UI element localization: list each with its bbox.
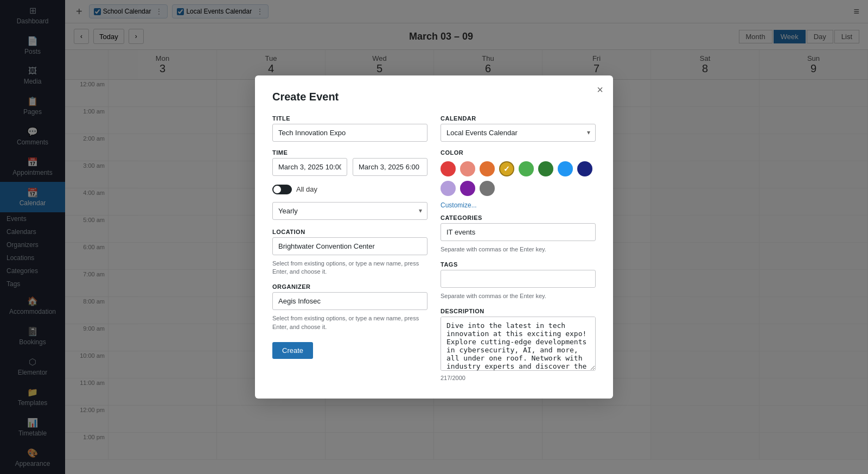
modal-right-col: CALENDAR Local Events Calendar School Ca… [441, 115, 596, 382]
description-group: DESCRIPTION 217/2000 [441, 308, 596, 381]
time-group: TIME [272, 149, 427, 180]
organizer-input[interactable] [272, 292, 427, 310]
light-green-swatch[interactable] [519, 161, 534, 176]
categories-label: CATEGORIES [441, 214, 596, 221]
tags-label: TAGS [441, 261, 596, 268]
recurrence-group: Yearly Monthly Weekly Daily Never [272, 202, 427, 220]
organizer-hint: Select from existing options, or type a … [272, 314, 427, 331]
time-row [272, 158, 427, 176]
title-group: TITLE [272, 115, 427, 142]
calendar-group: CALENDAR Local Events Calendar School Ca… [441, 115, 596, 142]
color-swatches [441, 161, 596, 196]
color-label: COLOR [441, 149, 596, 156]
blue-swatch[interactable] [558, 161, 573, 176]
yellow-swatch[interactable] [499, 161, 514, 176]
location-hint: Select from existing options, or type a … [272, 260, 427, 276]
tags-hint: Separate with commas or the Enter key. [441, 292, 596, 300]
salmon-swatch[interactable] [460, 161, 475, 176]
description-textarea[interactable] [441, 317, 596, 371]
calendar-label: CALENDAR [441, 115, 596, 122]
calendar-select-wrapper: Local Events Calendar School Calendar [441, 124, 596, 142]
recurrence-select[interactable]: Yearly Monthly Weekly Daily Never [272, 202, 427, 220]
customize-link[interactable]: Customize... [441, 201, 596, 209]
recurrence-select-wrapper: Yearly Monthly Weekly Daily Never [272, 202, 427, 220]
categories-group: CATEGORIES Separate with commas or the E… [441, 214, 596, 254]
location-input[interactable] [272, 237, 427, 255]
description-label: DESCRIPTION [441, 308, 596, 314]
create-button[interactable]: Create [272, 342, 313, 359]
modal-overlay[interactable]: Create Event × TITLE TIME All [0, 0, 868, 474]
time-label: TIME [272, 149, 427, 156]
time-start-input[interactable] [272, 158, 347, 176]
title-input[interactable] [272, 124, 427, 142]
location-label: LOCATION [272, 229, 427, 235]
modal-title: Create Event [272, 91, 596, 103]
allday-toggle[interactable] [272, 185, 292, 194]
tags-input[interactable] [441, 270, 596, 288]
create-event-modal: Create Event × TITLE TIME All [255, 75, 613, 399]
orange-swatch[interactable] [480, 161, 495, 176]
organizer-label: ORGANIZER [272, 283, 427, 290]
purple-swatch[interactable] [460, 181, 475, 196]
red-swatch[interactable] [441, 161, 456, 176]
modal-close-button[interactable]: × [597, 84, 603, 95]
time-end-input[interactable] [353, 158, 427, 176]
calendar-select[interactable]: Local Events Calendar School Calendar [441, 124, 596, 142]
dark-green-swatch[interactable] [538, 161, 553, 176]
location-group: LOCATION Select from existing options, o… [272, 229, 427, 276]
categories-hint: Separate with commas or the Enter key. [441, 245, 596, 254]
char-count: 217/2000 [441, 375, 596, 381]
gray-swatch[interactable] [480, 181, 495, 196]
modal-left-col: TITLE TIME All day [272, 115, 427, 382]
dark-blue-swatch[interactable] [577, 161, 592, 176]
categories-input[interactable] [441, 223, 596, 241]
organizer-group: ORGANIZER Select from existing options, … [272, 283, 427, 331]
allday-row: All day [272, 185, 427, 194]
modal-columns: TITLE TIME All day [272, 115, 596, 382]
allday-label: All day [296, 185, 317, 193]
tags-group: TAGS Separate with commas or the Enter k… [441, 261, 596, 300]
title-label: TITLE [272, 115, 427, 122]
lavender-swatch[interactable] [441, 181, 456, 196]
color-group: COLOR Customize... [441, 149, 596, 209]
